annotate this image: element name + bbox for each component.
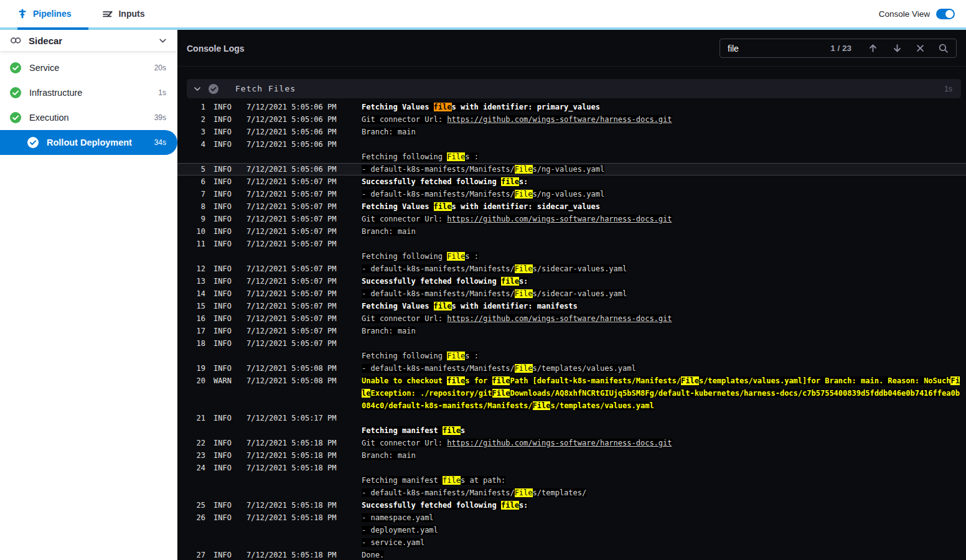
console-panel: Console Logs 1 / 23: [177, 30, 966, 560]
log-text: s/sidecar-values.yaml: [533, 264, 627, 273]
log-text: Git connector Url:: [362, 215, 447, 223]
log-link[interactable]: https://github.com/wings-software/harnes…: [447, 314, 672, 323]
log-row[interactable]: 4INFO7/12/2021 5:05:06 PM: [177, 138, 966, 151]
log-link[interactable]: https://github.com/wings-software/harnes…: [447, 439, 672, 447]
search-match: File: [447, 152, 465, 161]
log-section-header[interactable]: Fetch Files 1s: [187, 79, 961, 98]
log-row[interactable]: 9INFO7/12/2021 5:05:07 PMGit connector U…: [177, 213, 966, 225]
log-text: - namespace.yaml: [362, 513, 434, 522]
log-message: [362, 238, 961, 250]
log-row[interactable]: 17INFO7/12/2021 5:05:07 PMBranch: main: [177, 325, 966, 337]
log-row[interactable]: 15INFO7/12/2021 5:05:07 PMFetching Value…: [177, 300, 966, 312]
log-message: Unable to checkout files for filePath [d…: [362, 375, 961, 412]
search-match: file: [501, 277, 519, 286]
log-text: s with identifier: primary_values: [452, 103, 600, 111]
log-text: s :: [465, 352, 479, 360]
log-row[interactable]: 14INFO7/12/2021 5:05:07 PM- default-k8s-…: [177, 287, 966, 300]
log-row[interactable]: 22INFO7/12/2021 5:05:18 PMGit connector …: [177, 437, 966, 449]
log-text: - default-k8s-manifests/Manifests/: [362, 488, 515, 497]
log-message: Successfully fetched following files:: [362, 275, 961, 287]
search-match: file: [434, 302, 452, 310]
log-row[interactable]: 26INFO7/12/2021 5:05:18 PM- namespace.ya…: [177, 511, 966, 524]
log-message: Git connector Url: https://github.com/wi…: [362, 113, 961, 126]
log-text: Branch: main: [362, 128, 416, 136]
pipeline-selector[interactable]: Sidecar: [0, 30, 177, 51]
stage-label: Execution: [29, 113, 69, 123]
log-row[interactable]: 24INFO7/12/2021 5:05:18 PM: [177, 462, 966, 474]
log-row[interactable]: Fetching manifest files: [177, 424, 966, 437]
log-link[interactable]: https://github.com/wings-software/harnes…: [447, 115, 672, 124]
tab-pipelines-label: Pipelines: [33, 9, 71, 19]
tab-pipelines[interactable]: Pipelines: [17, 9, 71, 19]
log-link[interactable]: https://github.com/wings-software/harnes…: [447, 215, 672, 223]
log-row[interactable]: 11INFO7/12/2021 5:05:07 PM: [177, 238, 966, 250]
link-icon: [10, 37, 22, 44]
log-message: Fetching manifest files: [362, 424, 961, 437]
log-row[interactable]: 19INFO7/12/2021 5:05:08 PM- default-k8s-…: [177, 362, 966, 375]
console-view-label: Console View: [879, 9, 930, 19]
log-row[interactable]: 12INFO7/12/2021 5:05:07 PM- default-k8s-…: [177, 263, 966, 275]
log-row[interactable]: 18INFO7/12/2021 5:05:07 PM: [177, 337, 966, 350]
log-text: Successfully fetched following: [362, 277, 501, 286]
log-row[interactable]: 3INFO7/12/2021 5:05:06 PMBranch: main: [177, 126, 966, 138]
sidebar-item-execution[interactable]: Execution 39s: [0, 105, 177, 130]
search-icon[interactable]: [938, 43, 949, 54]
log-text: s with identifier: sidecar_values: [452, 202, 600, 211]
sidebar-item-service[interactable]: Service 20s: [0, 55, 177, 80]
search-input[interactable]: [728, 44, 830, 54]
console-header: Console Logs 1 / 23: [177, 30, 966, 67]
search-match: file: [443, 426, 461, 435]
log-row[interactable]: Fetching manifest files at path:: [177, 474, 966, 487]
pipeline-name: Sidecar: [29, 35, 62, 46]
log-row[interactable]: 20WARN7/12/2021 5:05:08 PMUnable to chec…: [177, 375, 966, 412]
console-view-toggle[interactable]: [936, 9, 955, 19]
search-match: File: [447, 352, 465, 360]
sidebar-item-infrastructure[interactable]: Infrastructure 1s: [0, 80, 177, 105]
log-row[interactable]: 13INFO7/12/2021 5:05:07 PMSuccessfully f…: [177, 275, 966, 287]
log-row[interactable]: - deployment.yaml: [177, 524, 966, 536]
stage-duration: 39s: [154, 113, 166, 122]
search-clear-button[interactable]: [916, 44, 924, 52]
log-text: Branch: main: [362, 227, 416, 236]
log-row[interactable]: 2INFO7/12/2021 5:05:06 PMGit connector U…: [177, 113, 966, 126]
log-text: s:: [519, 177, 528, 186]
log-row[interactable]: 25INFO7/12/2021 5:05:18 PMSuccessfully f…: [177, 499, 966, 511]
log-row[interactable]: - service.yaml: [177, 536, 966, 549]
log-text: - deployment.yaml: [362, 526, 438, 534]
log-row[interactable]: 27INFO7/12/2021 5:05:18 PMDone.: [177, 549, 966, 560]
search-prev-button[interactable]: [868, 43, 878, 54]
search-next-button[interactable]: [892, 43, 903, 54]
log-row[interactable]: 7INFO7/12/2021 5:05:07 PM- default-k8s-m…: [177, 188, 966, 200]
log-text: Done.: [362, 551, 384, 559]
log-row[interactable]: Fetching following Files :: [177, 250, 966, 263]
log-row[interactable]: - default-k8s-manifests/Manifests/Files/…: [177, 487, 966, 499]
log-message: Branch: main: [362, 126, 961, 138]
tab-inputs[interactable]: Inputs: [102, 9, 144, 19]
search-match: File: [533, 401, 551, 410]
log-row[interactable]: Fetching following Files :: [177, 151, 966, 163]
search-match: file: [447, 376, 465, 385]
log-message: Successfully fetched following files:: [362, 175, 961, 188]
log-row[interactable]: 6INFO7/12/2021 5:05:07 PMSuccessfully fe…: [177, 175, 966, 188]
log-row[interactable]: Fetching following Files :: [177, 350, 966, 362]
log-row[interactable]: 21INFO7/12/2021 5:05:17 PM: [177, 412, 966, 424]
log-text: Git connector Url:: [362, 115, 447, 124]
log-message: - namespace.yaml: [362, 511, 961, 524]
sidebar-item-rollout-deployment[interactable]: Rollout Deployment 34s: [0, 130, 177, 155]
log-row[interactable]: 16INFO7/12/2021 5:05:07 PMGit connector …: [177, 312, 966, 325]
log-text: Git connector Url:: [362, 314, 447, 323]
chevron-down-icon: [158, 36, 167, 45]
console-title: Console Logs: [187, 44, 245, 54]
search-match-current: file: [434, 103, 452, 111]
log-message: [362, 412, 961, 424]
log-message: Done.: [362, 549, 961, 560]
log-row[interactable]: 1INFO7/12/2021 5:05:06 PMFetching Values…: [177, 101, 966, 113]
top-navigation: Pipelines Inputs Console View: [0, 0, 966, 27]
log-message: [362, 138, 961, 151]
log-row[interactable]: 8INFO7/12/2021 5:05:07 PMFetching Values…: [177, 200, 966, 213]
log-text: Fetching manifest: [362, 476, 443, 485]
log-row[interactable]: 5INFO7/12/2021 5:05:06 PM- default-k8s-m…: [177, 163, 966, 175]
search-match: file: [501, 501, 519, 510]
log-row[interactable]: 23INFO7/12/2021 5:05:18 PMBranch: main: [177, 449, 966, 462]
log-row[interactable]: 10INFO7/12/2021 5:05:07 PMBranch: main: [177, 225, 966, 238]
